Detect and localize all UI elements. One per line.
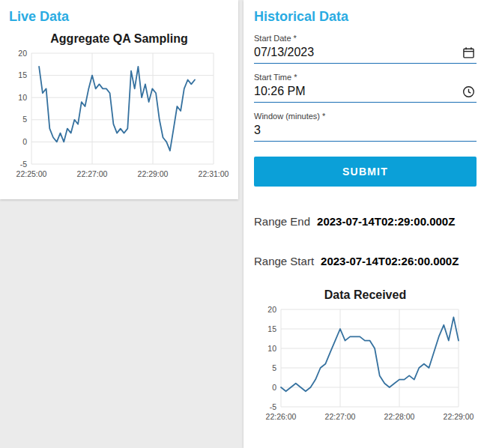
svg-text:22:27:00: 22:27:00 bbox=[325, 412, 356, 421]
range-start-label: Range Start bbox=[254, 255, 314, 267]
start-time-value[interactable]: 10:26 PM bbox=[254, 85, 305, 98]
start-time-field: Start Time * 10:26 PM bbox=[254, 73, 477, 103]
svg-text:15: 15 bbox=[267, 324, 276, 333]
svg-text:22:29:00: 22:29:00 bbox=[444, 412, 474, 421]
range-end-row: Range End 2023-07-14T02:29:00.000Z bbox=[254, 215, 477, 228]
start-time-input[interactable]: 10:26 PM bbox=[254, 83, 477, 103]
submit-button[interactable]: SUBMIT bbox=[254, 157, 477, 187]
live-chart-title: Aggregate QA Sampling bbox=[0, 32, 238, 46]
svg-text:5: 5 bbox=[22, 115, 27, 124]
historical-data-panel: Historical Data Start Date * 07/13/2023 … bbox=[244, 0, 487, 448]
svg-text:22:27:00: 22:27:00 bbox=[77, 169, 108, 178]
svg-text:5: 5 bbox=[272, 363, 276, 372]
svg-text:22:29:00: 22:29:00 bbox=[138, 169, 169, 178]
window-minutes-input[interactable]: 3 bbox=[254, 122, 477, 142]
live-data-panel: Live Data Aggregate QA Sampling -5051015… bbox=[0, 0, 238, 199]
live-chart: -50510152022:25:0022:27:0022:29:0022:31:… bbox=[4, 47, 234, 187]
window-minutes-value[interactable]: 3 bbox=[254, 124, 261, 137]
svg-text:20: 20 bbox=[267, 305, 276, 314]
clock-icon[interactable] bbox=[462, 85, 475, 98]
calendar-icon[interactable] bbox=[462, 46, 475, 59]
svg-text:20: 20 bbox=[18, 49, 27, 58]
start-date-field: Start Date * 07/13/2023 bbox=[254, 34, 477, 64]
start-date-input[interactable]: 07/13/2023 bbox=[254, 44, 477, 64]
range-start-value: 2023-07-14T02:26:00.000Z bbox=[321, 255, 459, 267]
start-date-label: Start Date * bbox=[254, 34, 477, 43]
start-time-label: Start Time * bbox=[254, 73, 477, 82]
svg-text:10: 10 bbox=[267, 344, 276, 353]
range-start-row: Range Start 2023-07-14T02:26:00.000Z bbox=[254, 255, 477, 267]
svg-text:15: 15 bbox=[18, 70, 27, 79]
svg-text:22:31:00: 22:31:00 bbox=[199, 169, 229, 178]
range-end-value: 2023-07-14T02:29:00.000Z bbox=[317, 215, 455, 228]
svg-text:10: 10 bbox=[18, 93, 27, 102]
window-minutes-field: Window (minutes) * 3 bbox=[254, 112, 477, 142]
svg-text:-5: -5 bbox=[270, 402, 276, 411]
start-date-value[interactable]: 07/13/2023 bbox=[254, 46, 314, 59]
svg-text:22:26:00: 22:26:00 bbox=[266, 412, 297, 421]
window-minutes-label: Window (minutes) * bbox=[254, 112, 477, 121]
svg-text:-5: -5 bbox=[20, 160, 27, 169]
received-chart: -50510152022:26:0022:27:0022:28:0022:29:… bbox=[254, 303, 479, 429]
svg-text:0: 0 bbox=[22, 137, 27, 146]
svg-text:0: 0 bbox=[272, 383, 276, 392]
live-data-title: Live Data bbox=[0, 0, 238, 25]
svg-text:22:25:00: 22:25:00 bbox=[16, 169, 47, 178]
historical-data-title: Historical Data bbox=[254, 9, 477, 25]
received-chart-title: Data Received bbox=[254, 288, 477, 302]
range-end-label: Range End bbox=[254, 215, 310, 228]
svg-text:22:28:00: 22:28:00 bbox=[384, 412, 415, 421]
